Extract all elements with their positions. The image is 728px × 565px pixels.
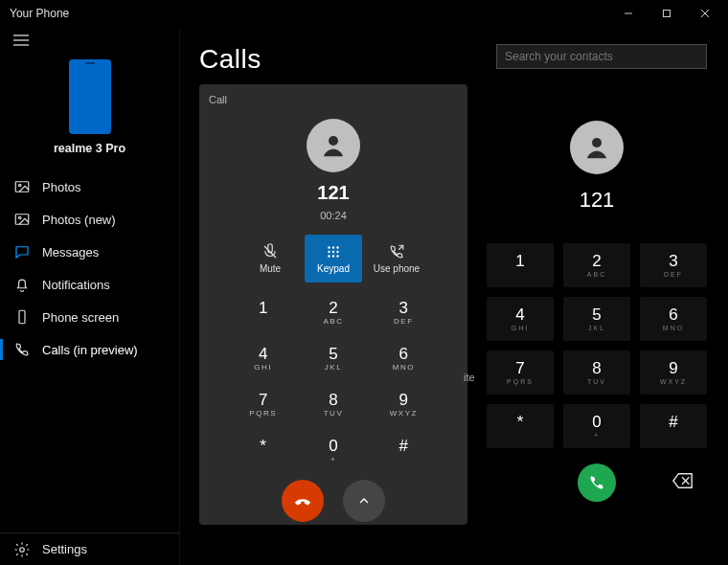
contacts-search-input[interactable] <box>496 44 707 69</box>
dialed-number: 121 <box>580 188 615 213</box>
collapse-keypad-button[interactable] <box>343 480 385 522</box>
key-sub: ABC <box>324 317 344 326</box>
key-digit: 5 <box>329 345 337 364</box>
key-digit: 4 <box>515 306 524 323</box>
svg-point-10 <box>19 216 21 218</box>
maximize-button[interactable] <box>648 0 686 27</box>
keypad-icon <box>325 243 342 260</box>
key-digit: * <box>517 414 524 430</box>
key-9[interactable]: 9WXYZ <box>640 350 707 395</box>
sidebar-item-notifications[interactable]: Notifications <box>0 268 179 301</box>
close-button[interactable] <box>686 0 724 27</box>
key-8[interactable]: 8TUV <box>563 350 630 395</box>
key-digit: 5 <box>592 306 601 323</box>
key-6[interactable]: 6MNO <box>369 338 439 378</box>
caller-avatar <box>307 119 360 172</box>
key-#[interactable]: # <box>640 404 707 448</box>
device-preview: realme 3 Pro <box>0 54 179 163</box>
calls-pane: Calls Call 121 00:24 Mute Keypad <box>180 27 477 565</box>
sidebar-item-label: Notifications <box>42 278 110 292</box>
key-digit: 8 <box>329 391 337 410</box>
sidebar-item-messages[interactable]: Messages <box>0 236 179 268</box>
key-6[interactable]: 6MNO <box>640 297 707 341</box>
key-digit: 2 <box>592 253 601 269</box>
caller-number: 121 <box>209 182 458 204</box>
sidebar-item-photos-new[interactable]: Photos (new) <box>0 203 179 236</box>
key-2[interactable]: 2ABC <box>298 292 368 332</box>
image-icon <box>13 211 31 228</box>
key-sub: ABC <box>587 271 606 278</box>
key-7[interactable]: 7PQRS <box>228 384 298 424</box>
person-icon <box>582 133 611 162</box>
key-0[interactable]: 0+ <box>298 430 368 470</box>
key-digit: 4 <box>259 345 267 364</box>
backspace-icon <box>672 472 694 489</box>
screen-icon <box>13 308 31 326</box>
key-*[interactable]: * <box>228 430 298 470</box>
svg-point-21 <box>328 255 330 257</box>
sidebar: realme 3 Pro Photos Photos (new) Message… <box>0 27 180 565</box>
svg-point-15 <box>328 246 330 248</box>
key-1[interactable]: 1 <box>487 243 554 287</box>
sidebar-item-phone-screen[interactable]: Phone screen <box>0 301 179 333</box>
svg-point-24 <box>592 138 602 147</box>
phone-forward-icon <box>388 243 405 260</box>
chat-icon <box>13 243 31 260</box>
key-3[interactable]: 3DEF <box>640 243 707 287</box>
key-1[interactable]: 1 <box>228 292 298 332</box>
use-phone-button[interactable]: Use phone <box>368 235 425 282</box>
svg-point-19 <box>332 251 334 253</box>
key-4[interactable]: 4GHI <box>228 338 298 378</box>
page-title: Calls <box>199 44 467 75</box>
sidebar-item-calls[interactable]: Calls (in preview) <box>0 333 179 366</box>
truncated-text: ite <box>464 372 475 383</box>
key-3[interactable]: 3DEF <box>369 292 439 332</box>
sidebar-item-photos[interactable]: Photos <box>0 170 179 203</box>
key-8[interactable]: 8TUV <box>298 384 368 424</box>
sidebar-item-label: Photos (new) <box>42 213 116 227</box>
usephone-label: Use phone <box>374 263 420 274</box>
key-0[interactable]: 0+ <box>563 404 630 448</box>
end-call-button[interactable] <box>282 480 324 522</box>
dialer-keypad: 1 2ABC3DEF4GHI5JKL6MNO7PQRS8TUV9WXYZ* 0+… <box>487 243 707 448</box>
image-icon <box>13 178 31 195</box>
key-sub: DEF <box>664 271 683 278</box>
svg-point-18 <box>328 251 330 253</box>
hamburger-menu[interactable] <box>0 27 179 54</box>
dialer-pane: ite 121 1 2ABC3DEF4GHI5JKL6MNO7PQRS8TUV9… <box>477 27 728 565</box>
key-sub: WXYZ <box>390 409 418 418</box>
gear-icon <box>13 541 31 558</box>
svg-point-8 <box>19 184 21 186</box>
key-digit: 8 <box>592 360 601 376</box>
nav-list: Photos Photos (new) Messages Notificatio… <box>0 170 179 366</box>
key-sub: TUV <box>324 409 344 418</box>
key-2[interactable]: 2ABC <box>563 243 630 287</box>
keypad-button[interactable]: Keypad <box>305 235 362 282</box>
keypad-label: Keypad <box>317 263 350 274</box>
sidebar-item-label: Settings <box>42 542 87 556</box>
dial-button[interactable] <box>578 463 616 502</box>
key-5[interactable]: 5JKL <box>298 338 368 378</box>
key-sub: MNO <box>663 325 684 331</box>
key-9[interactable]: 9WXYZ <box>369 384 439 424</box>
sidebar-item-label: Calls (in preview) <box>42 343 138 357</box>
key-sub: PQRS <box>249 409 277 418</box>
key-7[interactable]: 7PQRS <box>487 350 554 395</box>
key-5[interactable]: 5JKL <box>563 297 630 341</box>
key-sub: JKL <box>325 363 342 372</box>
minimize-button[interactable] <box>609 0 648 27</box>
window-title: Your Phone <box>10 7 609 20</box>
sidebar-settings[interactable]: Settings <box>0 532 179 565</box>
key-sub: WXYZ <box>660 378 687 385</box>
key-digit: 7 <box>259 391 267 410</box>
key-digit: 9 <box>669 360 677 376</box>
backspace-button[interactable] <box>672 472 694 493</box>
key-sub: + <box>330 455 336 463</box>
svg-point-16 <box>332 246 334 248</box>
key-#[interactable]: # <box>369 430 439 470</box>
key-*[interactable]: * <box>487 404 554 448</box>
svg-point-23 <box>336 255 338 257</box>
key-digit: # <box>669 414 677 430</box>
key-4[interactable]: 4GHI <box>487 297 554 341</box>
mute-button[interactable]: Mute <box>241 235 299 282</box>
